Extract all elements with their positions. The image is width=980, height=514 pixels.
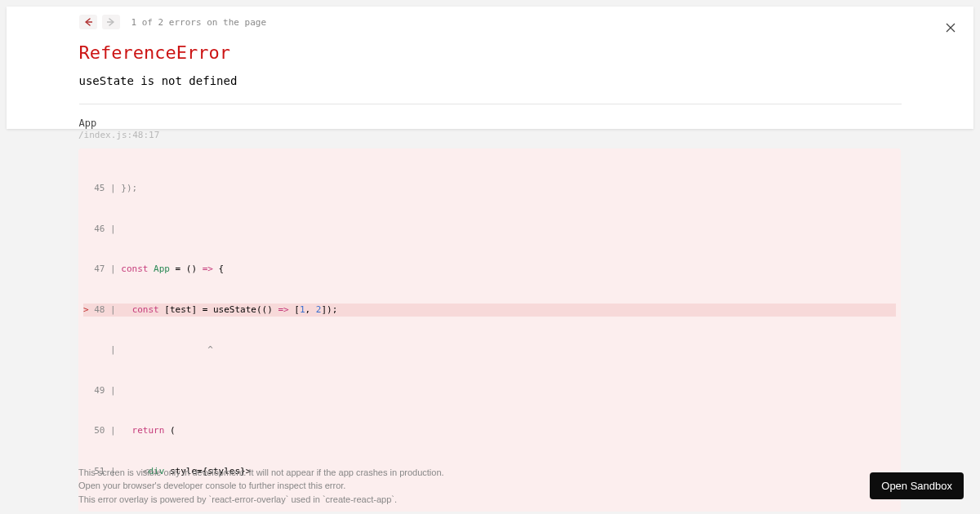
error-message: useState is not defined: [79, 74, 902, 87]
divider: [79, 104, 902, 104]
error-type: ReferenceError: [79, 42, 902, 63]
next-error-button[interactable]: [102, 15, 120, 29]
close-icon[interactable]: [946, 21, 956, 36]
prev-error-button[interactable]: [79, 15, 97, 29]
footer-notice: This screen is visible only in developme…: [78, 466, 444, 507]
open-sandbox-button[interactable]: Open Sandbox: [870, 472, 964, 499]
error-nav-header: 1 of 2 errors on the page: [79, 7, 902, 36]
error-count-text: 1 of 2 errors on the page: [131, 17, 267, 28]
code-frame-primary: 45 | }); 46 | 47 | const App = () => { >…: [78, 148, 901, 512]
stack-frame-location: /index.js:48:17: [78, 130, 901, 140]
